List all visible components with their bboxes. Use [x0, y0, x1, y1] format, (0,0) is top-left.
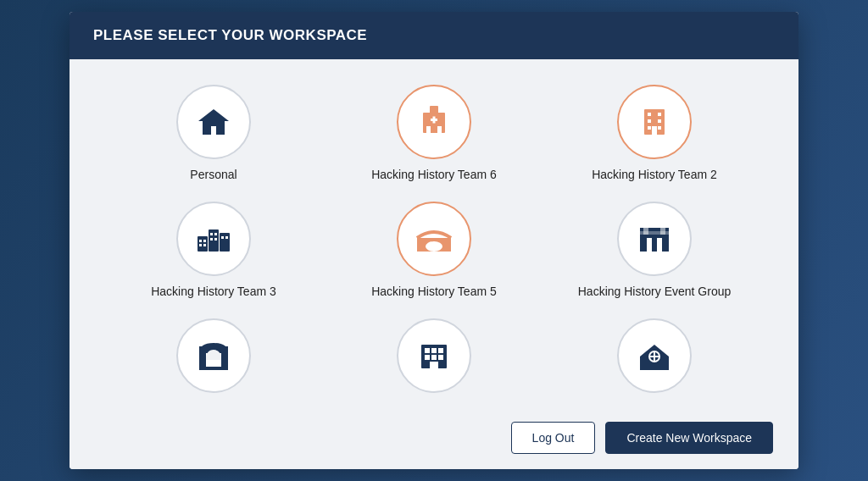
workspace-item-arch-1[interactable] [112, 318, 315, 393]
workspace-selection-modal: PLEASE SELECT YOUR WORKSPACE Personal Ha… [70, 12, 798, 469]
modal-title: PLEASE SELECT YOUR WORKSPACE [93, 27, 367, 43]
svg-rect-34 [660, 228, 665, 235]
svg-rect-29 [640, 235, 669, 252]
workspace-grid: Personal Hacking History Team 6 Hacking … [112, 85, 756, 393]
workspace-icon-barn-1 [617, 318, 692, 393]
svg-rect-44 [438, 355, 443, 360]
logout-button[interactable]: Log Out [511, 422, 596, 454]
modal-body: Personal Hacking History Team 6 Hacking … [70, 59, 798, 410]
svg-rect-31 [657, 238, 662, 252]
svg-rect-21 [210, 233, 213, 235]
svg-rect-19 [199, 244, 202, 246]
modal-header: PLEASE SELECT YOUR WORKSPACE [70, 12, 798, 59]
workspace-icon-office-1 [397, 318, 471, 393]
svg-rect-10 [658, 119, 661, 123]
svg-rect-14 [198, 236, 208, 252]
svg-rect-23 [210, 238, 213, 240]
workspace-icon-hh-event [617, 202, 692, 276]
workspace-label-hh-team-6: Hacking History Team 6 [371, 168, 497, 181]
svg-rect-13 [652, 126, 657, 135]
svg-rect-39 [425, 348, 430, 353]
workspace-item-hh-event[interactable]: Hacking History Event Group [553, 202, 756, 298]
svg-rect-25 [221, 236, 224, 239]
workspace-icon-personal [176, 85, 251, 159]
workspace-item-personal[interactable]: Personal [112, 85, 315, 181]
svg-rect-43 [431, 355, 437, 360]
workspace-icon-hh-team-2 [617, 85, 692, 159]
svg-rect-15 [209, 229, 219, 252]
svg-rect-18 [203, 240, 206, 242]
workspace-icon-hh-team-5 [397, 202, 471, 276]
svg-rect-3 [433, 117, 436, 124]
svg-rect-17 [199, 240, 202, 242]
workspace-item-office-1[interactable] [332, 318, 536, 393]
svg-rect-30 [647, 238, 652, 252]
workspace-item-hh-team-5[interactable]: Hacking History Team 5 [332, 202, 536, 298]
workspace-label-hh-team-2: Hacking History Team 2 [592, 168, 717, 181]
svg-rect-41 [438, 348, 443, 353]
workspace-item-barn-1[interactable] [553, 318, 756, 393]
workspace-item-hh-team-2[interactable]: Hacking History Team 2 [553, 85, 756, 181]
svg-rect-8 [658, 113, 661, 116]
workspace-label-hh-team-5: Hacking History Team 5 [371, 285, 497, 298]
svg-rect-11 [648, 126, 651, 130]
svg-rect-22 [214, 233, 217, 235]
create-workspace-button[interactable]: Create New Workspace [605, 422, 773, 454]
modal-footer: Log Out Create New Workspace [70, 410, 798, 469]
svg-rect-45 [430, 362, 438, 368]
svg-rect-12 [658, 126, 661, 130]
svg-rect-20 [203, 244, 206, 246]
workspace-label-hh-event: Hacking History Event Group [578, 285, 732, 298]
workspace-item-hh-team-3[interactable]: Hacking History Team 3 [112, 202, 315, 298]
svg-rect-1 [430, 106, 438, 114]
workspace-icon-hh-team-3 [176, 202, 251, 276]
svg-rect-16 [220, 233, 230, 252]
svg-rect-9 [648, 119, 651, 123]
workspace-icon-hh-team-6 [397, 85, 471, 159]
svg-rect-40 [431, 348, 437, 353]
workspace-label-personal: Personal [190, 168, 236, 181]
svg-rect-33 [643, 228, 648, 235]
svg-rect-4 [426, 126, 431, 133]
workspace-label-hh-team-3: Hacking History Team 3 [151, 285, 276, 298]
svg-rect-28 [426, 241, 442, 252]
svg-rect-24 [214, 238, 217, 240]
workspace-item-hh-team-6[interactable]: Hacking History Team 6 [332, 85, 536, 181]
svg-rect-7 [648, 113, 651, 116]
svg-rect-5 [437, 126, 442, 133]
workspace-icon-arch-1 [176, 318, 251, 393]
svg-rect-42 [425, 355, 430, 360]
svg-rect-26 [225, 236, 228, 239]
